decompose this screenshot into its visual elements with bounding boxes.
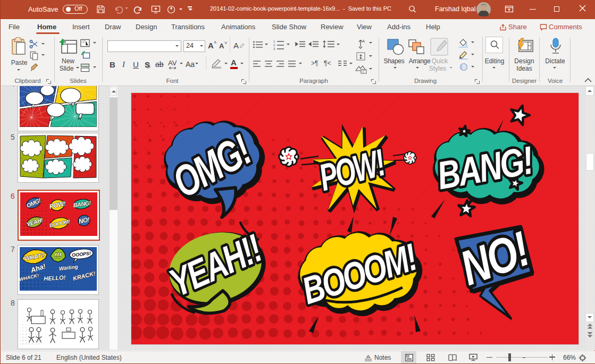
svg-text:HELLO!: HELLO! [44, 274, 66, 282]
svg-text:2: 2 [273, 44, 275, 47]
svg-text:!!!: !!! [55, 251, 62, 259]
svg-text:1: 1 [273, 40, 275, 43]
svg-text:3: 3 [273, 47, 275, 50]
svg-text:A: A [362, 39, 365, 44]
